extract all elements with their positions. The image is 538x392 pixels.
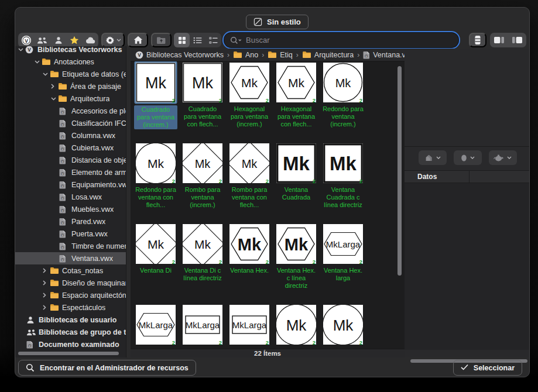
resource-thumbnail[interactable]: Mk2 bbox=[276, 63, 316, 102]
sidebar-item-bibliotecas-de-usuario[interactable]: Bibliotecas de usuario bbox=[15, 314, 126, 326]
sidebar-item-arquitectura[interactable]: Arquitectura bbox=[15, 92, 126, 105]
toggle-right-panel[interactable] bbox=[508, 33, 526, 47]
resource-thumbnail[interactable]: Mk2 bbox=[276, 143, 316, 183]
grid-item-hexagonal-para-ventana-con-flech[interactable]: Mk2Hexagonal para ventana con flech... bbox=[273, 63, 320, 129]
grid-item-rombo-para-ventana-con-flech[interactable]: Mk2Rombo para ventana con flech... bbox=[226, 143, 273, 209]
sidebar-item-ventana-vwx[interactable]: vVentana.vwx bbox=[15, 252, 126, 264]
resource-thumbnail[interactable]: Mk2 bbox=[276, 224, 316, 264]
sidebar-item-cotas-notas[interactable]: Cotas_notas bbox=[15, 264, 126, 277]
sidebar-item-dise-o-de-maquinaria[interactable]: Diseño de maquinaria bbox=[15, 277, 126, 289]
grid-item-redondo-para-ventana-con-flech[interactable]: Mk2Redondo para ventana con flech... bbox=[132, 143, 179, 209]
sidebar-item-documento-examinado[interactable]: vDocumento examinado bbox=[15, 338, 126, 350]
grid-item-ventana-hex-c-l-nea-directriz[interactable]: Mk2Ventana Hex. c línea directriz bbox=[273, 224, 320, 290]
viewmode-detail-view[interactable] bbox=[205, 33, 221, 47]
resource-thumbnail[interactable]: Mk2 bbox=[229, 143, 269, 183]
grid-item-ventana-hex-larga[interactable]: MkLarga2Ventana Hex. larga bbox=[320, 224, 366, 290]
sidebar-item-pared-vwx[interactable]: vPared.vwx bbox=[15, 215, 126, 228]
breadcrumb-segment-ano[interactable]: Ano bbox=[233, 51, 258, 59]
sidebar-item-losa-vwx[interactable]: vLosa.vwx bbox=[15, 191, 126, 203]
sidebar-item-espect-culos[interactable]: Espectáculos bbox=[15, 301, 126, 314]
folder-up-button[interactable] bbox=[151, 33, 172, 47]
resource-thumbnail[interactable]: Mk2 bbox=[183, 143, 222, 183]
grid-item-ventana-cuadrada[interactable]: Mk2Ventana Cuadrada bbox=[273, 143, 320, 209]
grid-item-19[interactable]: Mk2 bbox=[273, 305, 320, 345]
grid-item-18[interactable]: MkLarga2 bbox=[226, 305, 273, 345]
resource-thumbnail[interactable]: Mk2 bbox=[183, 224, 222, 264]
sidebar-horizontal-scrollbar[interactable] bbox=[18, 352, 119, 355]
texture-preview-menu[interactable] bbox=[454, 150, 482, 165]
grid-item-ventana-cuadrada-c-l-nea-directriz[interactable]: Mk2Ventana Cuadrada c línea directriz bbox=[320, 143, 366, 209]
resource-thumbnail[interactable]: Mk2 bbox=[323, 143, 363, 183]
sidebar-item-columna-vwx[interactable]: vColumna.vwx bbox=[15, 129, 126, 142]
render-preview-menu[interactable] bbox=[489, 150, 517, 165]
breadcrumb-segment-arquitectura[interactable]: Arquitectura bbox=[302, 51, 354, 59]
resource-thumbnail[interactable]: Mk2 bbox=[136, 143, 176, 183]
grid-item-ventana-hex[interactable]: Mk2Ventana Hex. bbox=[226, 224, 273, 290]
grid-item-redondo-para-ventana-increm[interactable]: Mk2Redondo para ventana (increm.) bbox=[320, 63, 366, 129]
grid-item-ventana-di-c-l-nea-directriz[interactable]: Mk2Ventana Di c línea directriz bbox=[179, 224, 226, 290]
sidebar-item-equipamiento-vwx[interactable]: vEquipamiento.vwx bbox=[15, 178, 126, 191]
resource-thumbnail[interactable]: Mk2 bbox=[323, 63, 363, 102]
sidebar-item-accesorios-de-plom[interactable]: vAccesorios de plom bbox=[15, 105, 126, 117]
select-button[interactable]: Seleccionar bbox=[453, 360, 522, 376]
resource-thumbnail[interactable]: Mk2 bbox=[229, 63, 269, 102]
sidebar-item-anotaciones[interactable]: Anotaciones bbox=[15, 56, 126, 68]
breadcrumb-segment-etiq[interactable]: Etiq bbox=[268, 51, 293, 59]
chevron-down-icon[interactable] bbox=[35, 60, 42, 64]
sidebar-item-distancia-de-objeto[interactable]: vDistancia de objeto bbox=[15, 154, 126, 166]
settings-menu-button[interactable] bbox=[101, 33, 125, 47]
sidebar-item-muebles-vwx[interactable]: vMuebles.vwx bbox=[15, 203, 126, 215]
toggle-left-panel[interactable] bbox=[490, 33, 508, 47]
tab-cloud-libraries[interactable] bbox=[83, 33, 98, 47]
resource-thumbnail[interactable]: Mk2 bbox=[183, 63, 222, 102]
resource-thumbnail[interactable]: Mk2 bbox=[323, 305, 363, 345]
sidebar-item-espacio-arquitect-ni[interactable]: Espacio arquitectóni bbox=[15, 289, 126, 301]
resource-thumbnail[interactable]: Mk2 bbox=[229, 224, 269, 264]
object-preview-menu[interactable] bbox=[419, 150, 447, 165]
viewmode-thumbnail-view[interactable] bbox=[174, 33, 190, 47]
sidebar-item-bibliotecas-vectorworks[interactable]: VBibliotecas Vectorworks bbox=[15, 46, 126, 56]
tab-user-libraries[interactable] bbox=[50, 33, 66, 47]
resource-thumbnail[interactable]: MkLarga2 bbox=[323, 224, 363, 264]
grid-item-17[interactable]: MkLarga2 bbox=[179, 305, 226, 345]
sidebar-item-clasificaci-n-ifc-vw[interactable]: vClasificación IFC.vw bbox=[15, 117, 126, 129]
resource-thumbnail[interactable]: Mk2 bbox=[136, 63, 176, 102]
resource-thumbnail[interactable]: MkLarga2 bbox=[229, 305, 269, 345]
sidebar-item-rea-de-paisaje[interactable]: Área de paisaje bbox=[15, 80, 126, 92]
resource-thumbnail[interactable]: MkLarga2 bbox=[183, 305, 222, 345]
tab-workgroup-libraries[interactable] bbox=[34, 33, 50, 47]
search-input[interactable] bbox=[246, 36, 453, 44]
chevron-down-icon[interactable] bbox=[51, 97, 58, 101]
grid-item-ventana-di[interactable]: Mk2Ventana Di bbox=[132, 224, 179, 290]
sidebar-item-timbre-de-numerac[interactable]: vTimbre de numerac bbox=[15, 240, 126, 252]
chevron-down-icon[interactable] bbox=[18, 48, 25, 51]
find-in-resource-manager-button[interactable]: Encontrar en el Administrador de recurso… bbox=[18, 360, 196, 376]
grid-item-20[interactable]: Mk2 bbox=[320, 305, 366, 345]
grid-item-rombo-para-ventana-increm[interactable]: Mk2Rombo para ventana (increm.) bbox=[179, 143, 226, 209]
sidebar-item-bibliotecas-de-grupo-de-tra[interactable]: Bibliotecas de grupo de tra bbox=[15, 326, 126, 338]
tab-favorites[interactable] bbox=[66, 33, 82, 47]
tab-vectorworks-libraries[interactable]: V bbox=[18, 33, 34, 47]
chevron-right-icon[interactable] bbox=[43, 268, 50, 273]
sidebar-item-puerta-vwx[interactable]: vPuerta.vwx bbox=[15, 228, 126, 240]
viewmode-list-view[interactable] bbox=[190, 33, 205, 47]
sidebar-item-etiqueta-de-datos-estil[interactable]: Etiqueta de datos (estil bbox=[15, 68, 126, 80]
chevron-right-icon[interactable] bbox=[43, 293, 50, 298]
sidebar-item-elemento-de-armaz[interactable]: vElemento de armaz bbox=[15, 166, 126, 178]
style-button[interactable]: Sin estilo bbox=[246, 15, 309, 29]
breadcrumb-segment-bibliotecas-vectorworks[interactable]: VBibliotecas Vectorworks bbox=[135, 51, 224, 59]
grid-item-cuadrado-para-ventana-increm[interactable]: Mk2Cuadrado para ventana (increm.) bbox=[132, 63, 179, 129]
resource-thumbnail[interactable]: Mk2 bbox=[136, 224, 176, 264]
grid-item-cuadrado-para-ventana-con-flech[interactable]: Mk2Cuadrado para ventana con flech... bbox=[179, 63, 226, 129]
grid-item-16[interactable]: MkLarga2 bbox=[132, 305, 179, 345]
breadcrumb-segment-ventana-vwx[interactable]: vVentana.vwx bbox=[363, 51, 405, 59]
grid-vertical-scrollbar[interactable] bbox=[397, 66, 402, 276]
chevron-right-icon[interactable] bbox=[43, 280, 50, 286]
resource-thumbnail[interactable]: Mk2 bbox=[276, 305, 316, 345]
resource-thumbnail[interactable]: MkLarga2 bbox=[136, 305, 176, 345]
column-divider[interactable] bbox=[469, 171, 470, 184]
home-button[interactable] bbox=[128, 33, 148, 47]
sidebar-item-cubierta-vwx[interactable]: vCubierta.vwx bbox=[15, 142, 126, 154]
column-view-button[interactable] bbox=[469, 33, 486, 47]
chevron-right-icon[interactable] bbox=[51, 84, 58, 89]
